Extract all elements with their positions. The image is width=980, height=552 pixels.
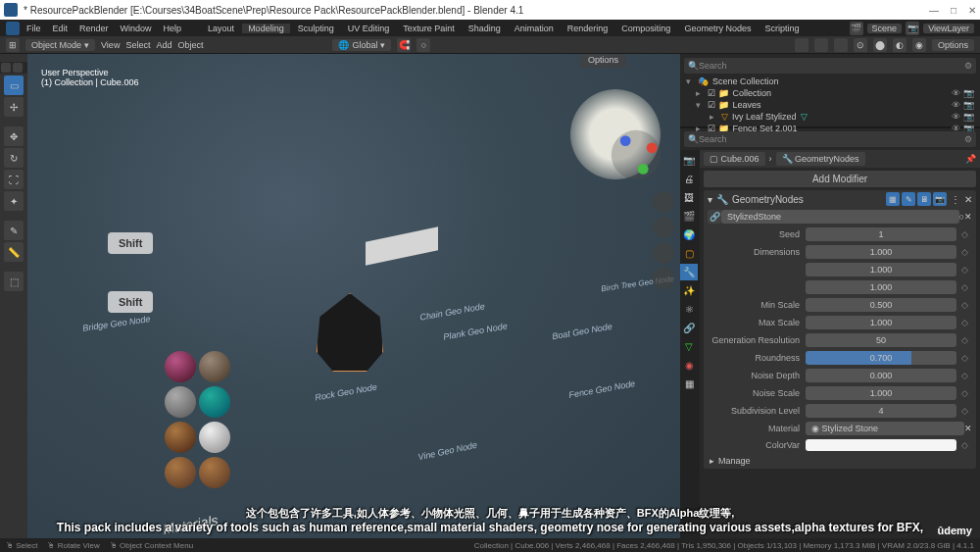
options-btn[interactable]: Options [580, 54, 626, 68]
menu-edit[interactable]: Edit [48, 24, 74, 33]
param-link-1[interactable]: ◇ [956, 247, 972, 257]
mod-edit-icon[interactable]: ✎ [902, 192, 915, 206]
viewport-3d[interactable]: User Perspective (1) Collection | Cube.0… [27, 54, 680, 538]
pin-icon[interactable]: 📌 [965, 154, 976, 164]
matprev-shading-icon[interactable]: ◐ [893, 38, 906, 52]
param-link-7[interactable]: ◇ [956, 353, 972, 363]
nodegroup-icon[interactable]: 🔗 [708, 210, 721, 224]
proportional-icon[interactable]: ○ [416, 38, 430, 52]
blender-logo[interactable] [6, 22, 20, 35]
param-value-8[interactable]: 0.000 [806, 369, 956, 382]
add-modifier-button[interactable]: Add Modifier [704, 171, 976, 187]
colorvar-field[interactable] [806, 439, 956, 451]
prop-options-icon[interactable]: ⚙ [964, 134, 972, 144]
param-value-4[interactable]: 0.500 [806, 298, 956, 312]
modifier-name[interactable]: GeometryNodes [732, 194, 882, 205]
breadcrumb-obj[interactable]: ▢ Cube.006 [704, 152, 765, 166]
param-link-10[interactable]: ◇ [956, 406, 972, 416]
breadcrumb-mod[interactable]: 🔧 GeometryNodes [776, 152, 865, 166]
rock-mesh[interactable] [317, 293, 383, 372]
tool-annotate[interactable]: ✎ [4, 221, 24, 240]
material-clear-icon[interactable]: ✕ [964, 424, 972, 433]
param-value-6[interactable]: 50 [806, 333, 956, 347]
param-link-2[interactable]: ◇ [956, 265, 972, 275]
tool-rotate[interactable]: ↻ [4, 148, 24, 168]
modifier-collapse-icon[interactable]: ▾ [708, 194, 712, 205]
snap-icon[interactable]: 🧲 [397, 38, 411, 52]
prop-tab-data[interactable]: ▽ [680, 338, 698, 355]
editor-type-icon[interactable]: ⊞ [6, 38, 20, 52]
param-link-0[interactable]: ◇ [956, 229, 972, 239]
persp-toggle-icon[interactable] [653, 268, 674, 289]
nodegroup-unlink-icon[interactable]: ○✕ [959, 212, 972, 222]
tab-modeling[interactable]: Modeling [242, 24, 290, 33]
prop-tab-scene[interactable]: 🎬 [680, 208, 698, 225]
tab-geonodes[interactable]: Geometry Nodes [678, 24, 757, 33]
prop-tab-material[interactable]: ◉ [680, 357, 698, 374]
material-spheres[interactable] [165, 351, 230, 488]
mod-close-icon[interactable]: ✕ [964, 194, 972, 205]
viewlayer-dropdown[interactable]: ViewLayer [923, 24, 974, 33]
maximize-button[interactable]: □ [951, 5, 956, 16]
prop-tab-output[interactable]: 🖨 [680, 171, 698, 187]
viewlayer-icon[interactable]: 📷 [906, 22, 919, 35]
param-value-5[interactable]: 1.000 [806, 316, 956, 329]
plank-mesh[interactable] [366, 226, 438, 266]
outliner[interactable]: 🔍 Search⚙ ▾🎭 Scene Collection ▸☑ 📁 Colle… [680, 54, 980, 128]
prop-tab-object[interactable]: ▢ [680, 245, 698, 262]
outliner-scene[interactable]: ▾🎭 Scene Collection [682, 75, 978, 87]
prop-tab-modifier[interactable]: 🔧 [680, 264, 698, 280]
tab-compositing[interactable]: Compositing [615, 24, 676, 33]
outliner-leaves[interactable]: ▾☑ 📁 Leaves👁 📷 [682, 99, 978, 111]
menu-help[interactable]: Help [159, 24, 187, 33]
colorvar-link-icon[interactable]: ◇ [956, 440, 972, 450]
param-link-6[interactable]: ◇ [956, 335, 972, 345]
param-value-1[interactable]: 1.000 [806, 245, 956, 259]
minimize-button[interactable]: — [929, 5, 939, 16]
prop-search[interactable]: Search [699, 134, 727, 144]
menu-file[interactable]: File [22, 24, 46, 33]
close-button[interactable]: ✕ [968, 5, 976, 16]
prop-tab-view[interactable]: 🖼 [680, 189, 698, 206]
tab-scripting[interactable]: Scripting [759, 24, 805, 33]
outliner-collection[interactable]: ▸☑ 📁 Collection👁 📷 [682, 87, 978, 99]
param-value-0[interactable]: 1 [806, 227, 956, 241]
mod-cage-icon[interactable]: ▦ [886, 192, 900, 206]
tab-animation[interactable]: Animation [509, 24, 560, 33]
prop-tab-texture[interactable]: ▦ [680, 376, 698, 392]
param-value-10[interactable]: 4 [806, 404, 956, 418]
filter-icon[interactable]: ⚙ [964, 61, 972, 71]
tool-cursor[interactable]: ✢ [4, 97, 24, 117]
camera-icon[interactable] [653, 242, 674, 264]
mod-realtime-icon[interactable]: 🖥 [917, 192, 931, 206]
outliner-search[interactable]: Search [699, 61, 727, 71]
tool-select-box[interactable]: ▭ [4, 75, 24, 95]
header-object[interactable]: Object [177, 40, 203, 50]
param-link-8[interactable]: ◇ [956, 371, 972, 380]
tab-layout[interactable]: Layout [202, 24, 240, 33]
orientation-icon[interactable] [1, 63, 11, 73]
xray-icon[interactable] [834, 38, 848, 52]
orientation-dropdown[interactable]: 🌐 Global ▾ [332, 39, 391, 51]
param-link-5[interactable]: ◇ [956, 318, 972, 327]
prop-tab-constraints[interactable]: 🔗 [680, 320, 698, 336]
param-link-3[interactable]: ◇ [956, 282, 972, 292]
scene-dropdown[interactable]: Scene [867, 24, 903, 33]
tool-scale[interactable]: ⛶ [4, 170, 24, 189]
mod-render-icon[interactable]: 📷 [933, 192, 947, 206]
tab-shading[interactable]: Shading [463, 24, 507, 33]
menu-render[interactable]: Render [74, 24, 114, 33]
param-link-9[interactable]: ◇ [956, 388, 972, 398]
wire-shading-icon[interactable]: ⊙ [854, 38, 867, 52]
zoom-icon[interactable] [653, 191, 674, 213]
mode-dropdown[interactable]: Object Mode ▾ [25, 39, 95, 51]
param-link-4[interactable]: ◇ [956, 300, 972, 310]
pivot-icon[interactable] [13, 63, 23, 73]
tab-rendering[interactable]: Rendering [562, 24, 614, 33]
header-add[interactable]: Add [156, 40, 172, 50]
param-value-7[interactable]: 0.700 [806, 351, 956, 365]
overlay-toggle-icon[interactable] [814, 38, 828, 52]
render-shading-icon[interactable]: ◉ [912, 38, 926, 52]
prop-tab-world[interactable]: 🌍 [680, 226, 698, 243]
material-field[interactable]: ◉ Stylized Stone [806, 422, 964, 435]
